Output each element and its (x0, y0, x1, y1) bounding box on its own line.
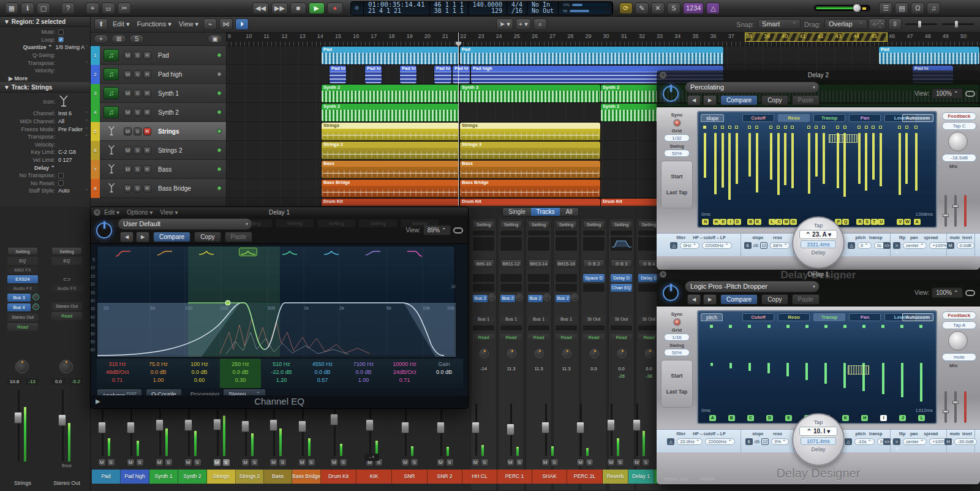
menu-view[interactable]: View ▾ (179, 20, 198, 28)
mixer-name-strings[interactable]: Strings (207, 470, 236, 484)
band-5-icon[interactable] (281, 248, 298, 256)
param-control[interactable]: △ (848, 242, 855, 249)
region-pad-hi[interactable]: Pad hi (330, 66, 346, 83)
tap-letter-E[interactable]: E (785, 415, 792, 421)
copy-button[interactable]: Copy (761, 294, 788, 305)
view-button-transp[interactable]: Transp (813, 114, 845, 122)
region-pad[interactable]: Pad (322, 47, 459, 64)
mute-button[interactable]: M (330, 459, 338, 466)
param-control[interactable]: 22000Hz ⌃ (702, 242, 731, 249)
channel-fader[interactable] (567, 403, 603, 456)
band-gain[interactable]: 0.0 dB (138, 368, 179, 376)
media-browser-icon[interactable]: ♫ (927, 2, 940, 14)
param-control[interactable]: △ (667, 438, 674, 445)
tap-toggle[interactable] (914, 126, 918, 129)
strip-⊂⊃[interactable]: ⊂⊃ (51, 275, 82, 283)
band-gain[interactable]: 0.0 dB (343, 368, 384, 376)
param-control[interactable]: <> (883, 242, 891, 249)
fader-cap[interactable] (437, 422, 445, 433)
add-track-button[interactable]: + (94, 34, 108, 44)
preset-dropdown[interactable]: Logic Pros -Pitch Dropper▾ (685, 281, 820, 292)
track-s-button[interactable]: S (134, 89, 141, 97)
strip-bus-3[interactable]: Bus 3 (7, 294, 31, 302)
stepper-icon[interactable]: ⌃ (85, 134, 88, 139)
mute-button[interactable]: M (541, 459, 549, 466)
tap-toggle[interactable] (807, 126, 810, 129)
feedback-knob[interactable] (948, 132, 968, 151)
strip-automation-read[interactable]: Read (528, 334, 549, 341)
strip-insert-slot[interactable] (473, 284, 494, 292)
band-frequency[interactable]: 10000 Hz (384, 360, 425, 368)
view-button-cutoff[interactable]: Cutoff (742, 313, 774, 321)
band-2-values[interactable]: 75.0 Hz0.0 dB1.00 (138, 359, 179, 388)
strip-read[interactable]: Read (51, 312, 82, 320)
tap-toggle[interactable] (805, 325, 809, 328)
tap-toggle[interactable] (898, 126, 901, 129)
band-3-icon[interactable] (198, 248, 215, 256)
track-record-button[interactable]: R (143, 147, 151, 154)
solo-button[interactable]: S (616, 459, 624, 466)
track-header-strings[interactable]: 5MSRStrings (91, 122, 226, 141)
channel-fader[interactable] (292, 403, 321, 456)
pan-value[interactable]: -5.2 (69, 378, 83, 385)
zoom-tool-icon[interactable]: ⌕ (533, 18, 547, 30)
toolbox-icon[interactable]: ▢ (37, 2, 50, 14)
strip-automation-read[interactable]: Read (500, 334, 522, 341)
track-s-button[interactable]: S (134, 108, 141, 116)
mixer-tab-single[interactable]: Single (503, 208, 531, 216)
mute-button[interactable]: M (98, 459, 106, 466)
tap-letter-B[interactable]: B (728, 415, 735, 421)
lcd-display[interactable]: ⚙ 01:00:35:14.4121 4 1 21 46 1 1 138 1 1… (350, 1, 613, 15)
strip-io-label[interactable]: Btt15-16 (556, 259, 577, 267)
tap-bar[interactable] (824, 363, 827, 384)
tap-letter-N[interactable]: N (702, 219, 709, 225)
tap-toggle[interactable] (879, 126, 882, 129)
tap-toggle[interactable] (824, 325, 827, 328)
strip-read[interactable]: Read (7, 323, 38, 331)
menu-edit[interactable]: Edit ▾ (113, 20, 130, 28)
volume-value[interactable]: 0.0 (51, 378, 66, 385)
region-bass-bridge[interactable]: Bass Bridge (460, 180, 600, 197)
mixer-name-bass-bridge[interactable]: Bass Bridge (292, 470, 321, 484)
track-s-button[interactable]: S (134, 51, 141, 59)
delay-designer-window-delay1[interactable]: Delay Designer✕Delay 1Logic Pros -Pitch … (657, 270, 980, 484)
catch-playhead-icon[interactable]: ⏵ (235, 18, 249, 30)
track-m-button[interactable]: M (124, 70, 132, 78)
strip-eq[interactable]: EQ (7, 257, 38, 265)
band-q[interactable]: 0.57 (302, 376, 343, 384)
tap-toggle[interactable] (791, 126, 794, 129)
mixer-name-snr-2[interactable]: SNR 2 (428, 470, 462, 484)
strip-setting-button[interactable]: Setting (500, 221, 522, 228)
sync-led[interactable] (673, 318, 681, 326)
strip-midi-fx[interactable]: MIDI FX (7, 267, 38, 273)
band-frequency[interactable]: 7100 Hz (343, 360, 384, 368)
strip-insert-slot[interactable] (500, 274, 522, 282)
preset-prev-button[interactable]: ◀ (120, 232, 134, 242)
track-header-bass[interactable]: 7MSRBass (91, 160, 226, 179)
forward-button[interactable]: ▶▶ (271, 2, 288, 14)
track-param-value[interactable]: 0 127 (58, 157, 72, 163)
mixer-name-synth-2[interactable]: Synth 2 (178, 470, 207, 484)
band-gain[interactable]: 0.0 dB (302, 368, 343, 376)
input-monitor-dot[interactable] (217, 148, 222, 153)
region-drum-kit[interactable]: Drum Kit (322, 199, 459, 206)
fader-cap[interactable] (14, 412, 22, 424)
view-button-reso[interactable]: Reso (778, 313, 810, 321)
param-control[interactable]: center ⌃ (903, 242, 927, 249)
fader-cap[interactable] (330, 414, 338, 425)
controls-icon[interactable]: ⌖ (86, 2, 99, 14)
tap-bar[interactable] (880, 133, 882, 186)
automation-icon[interactable]: ⌁ (203, 18, 217, 30)
param-control[interactable]: 0Hz ⌃ (680, 242, 699, 249)
param-control[interactable]: <> (883, 438, 891, 445)
stepper-icon[interactable]: ⌃ (85, 111, 88, 116)
fader-cap[interactable] (213, 419, 221, 430)
track-param-value[interactable]: Pre Fader (58, 126, 83, 132)
mixer-name-kik[interactable]: KIK (356, 470, 392, 484)
pointer-tool-select[interactable]: ➤ ▾ (496, 18, 513, 30)
mixer-name-reverb[interactable]: Reverb (603, 470, 628, 484)
channel-eq-window[interactable]: ✕ Edit ▾ Options ▾ View ▾ Delay 1 Settin… (90, 207, 469, 409)
strip-audio-fx[interactable]: Audio FX (51, 285, 82, 292)
param-control[interactable]: 6 (745, 438, 753, 445)
strip-setting-button[interactable]: Setting (473, 221, 494, 228)
